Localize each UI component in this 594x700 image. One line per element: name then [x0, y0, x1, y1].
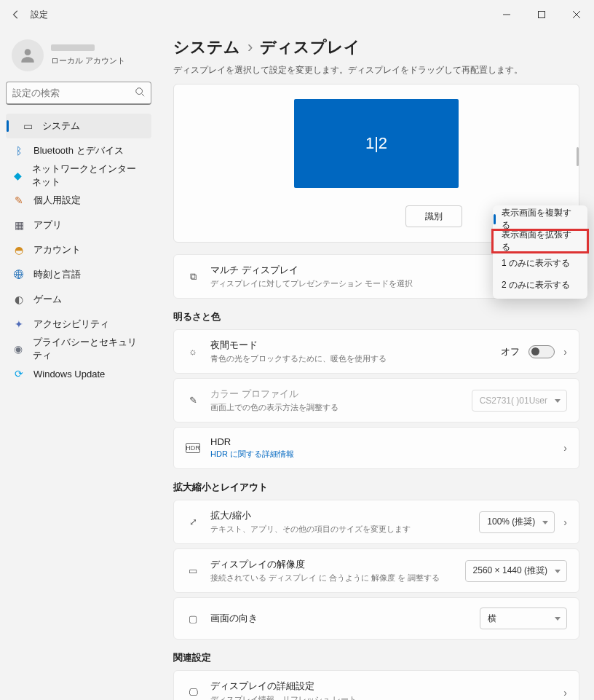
nav-accounts[interactable]: ◓アカウント: [6, 237, 151, 262]
svg-line-4: [142, 94, 145, 97]
scale-select[interactable]: 100% (推奨): [479, 511, 555, 533]
maximize-button[interactable]: [533, 6, 550, 23]
chevron-right-icon: ›: [563, 442, 567, 454]
section-brightness: 明るさと色: [173, 310, 579, 323]
nav-personalization[interactable]: ✎個人用設定: [6, 188, 151, 213]
user-sub: ローカル アカウント: [51, 55, 125, 66]
display-arrangement-panel: 1|2 識別 表示画面を複製する 表示画面を拡張する 1 のみに表示する 2 の…: [173, 84, 579, 243]
resolution-icon: ▭: [186, 565, 200, 576]
search-icon: [135, 87, 145, 99]
svg-point-3: [136, 88, 143, 95]
nav-update[interactable]: ⟳Windows Update: [6, 361, 151, 386]
color-profile-card: ✎ カラー プロファイル 画面上での色の表示方法を調整する CS2731( )0…: [173, 378, 579, 422]
hdr-card[interactable]: HDR HDR HDR に関する詳細情報 ›: [173, 427, 579, 469]
orientation-icon: ▢: [186, 613, 200, 624]
card-title: ディスプレイの解像度: [210, 558, 455, 571]
wifi-icon: ◆: [13, 170, 23, 181]
card-title: 画面の向き: [210, 612, 470, 625]
user-name-redacted: [51, 44, 95, 51]
multi-display-icon: ⧉: [186, 271, 200, 283]
scale-card[interactable]: ⤢ 拡大/縮小 テキスト、アプリ、その他の項目のサイズを変更します 100% (…: [173, 500, 579, 544]
night-toggle[interactable]: [528, 345, 555, 358]
app-title: 設定: [31, 9, 48, 21]
projection-mode-menu: 表示画面を複製する 表示画面を拡張する 1 のみに表示する 2 のみに表示する: [493, 205, 587, 299]
titlebar: 設定: [0, 0, 594, 29]
nav-accessibility[interactable]: ✦アクセシビリティ: [6, 312, 151, 337]
hdr-link[interactable]: HDR に関する詳細情報: [210, 449, 553, 460]
card-sub: ディスプレイ情報、リフレッシュ レート: [210, 694, 553, 700]
menu-show-only-2[interactable]: 2 のみに表示する: [493, 274, 587, 296]
eyedropper-icon: ✎: [186, 395, 200, 406]
account-icon: ◓: [13, 244, 25, 256]
monitor-icon: 🖵: [186, 687, 200, 698]
scrollbar[interactable]: [577, 147, 579, 166]
update-icon: ⟳: [13, 368, 25, 380]
card-sub: ディスプレイに対してプレゼンテーション モードを選択: [210, 278, 455, 289]
card-sub: 青色の光をブロックするために、暖色を使用する: [210, 353, 491, 364]
hdr-icon: HDR: [186, 443, 200, 453]
card-sub: 画面上での色の表示方法を調整する: [210, 402, 462, 413]
color-profile-select: CS2731( )01User: [472, 390, 567, 412]
card-title: 拡大/縮小: [210, 509, 469, 522]
back-button[interactable]: [9, 7, 23, 22]
breadcrumb-display: ディスプレイ: [260, 36, 360, 58]
chevron-right-icon: ›: [563, 346, 567, 358]
nav-privacy[interactable]: ◉プライバシーとセキュリティ: [6, 337, 151, 361]
menu-duplicate[interactable]: 表示画面を複製する: [493, 208, 587, 230]
gaming-icon: ◐: [13, 294, 25, 305]
system-icon: ▭: [22, 120, 33, 132]
chevron-right-icon: ›: [563, 687, 567, 699]
nav-system[interactable]: ▭システム: [6, 114, 151, 138]
breadcrumb-system[interactable]: システム: [173, 36, 240, 58]
menu-extend[interactable]: 表示画面を拡張する: [493, 230, 587, 252]
card-title: HDR: [210, 436, 553, 447]
globe-icon: 🌐︎: [13, 269, 25, 280]
card-title: マルチ ディスプレイ: [210, 264, 455, 277]
avatar-icon: [12, 39, 44, 71]
apps-icon: ▦: [13, 219, 25, 231]
nav-apps[interactable]: ▦アプリ: [6, 213, 151, 237]
toggle-state: オフ: [501, 345, 520, 358]
chevron-right-icon: ›: [563, 516, 567, 528]
section-related: 関連設定: [173, 651, 579, 664]
display-tile[interactable]: 1|2: [294, 99, 459, 188]
svg-point-2: [25, 49, 31, 55]
accessibility-icon: ✦: [13, 318, 25, 330]
shield-icon: ◉: [13, 343, 24, 355]
search-input[interactable]: [12, 87, 135, 98]
orientation-select[interactable]: 横: [480, 607, 567, 629]
sun-icon: ☼: [186, 346, 200, 357]
bluetooth-icon: ᛒ: [13, 145, 25, 157]
resolution-card[interactable]: ▭ ディスプレイの解像度 接続されている ディスプレイ に 合うように 解像度 …: [173, 548, 579, 593]
section-scale: 拡大縮小とレイアウト: [173, 481, 579, 494]
scale-icon: ⤢: [186, 516, 200, 527]
user-row[interactable]: ローカル アカウント: [6, 35, 151, 82]
nav-bluetooth[interactable]: ᛒBluetooth とデバイス: [6, 138, 151, 163]
svg-rect-1: [539, 12, 545, 18]
nav-gaming[interactable]: ◐ゲーム: [6, 287, 151, 312]
nav-network[interactable]: ◆ネットワークとインターネット: [6, 163, 151, 188]
advanced-display-card[interactable]: 🖵 ディスプレイの詳細設定 ディスプレイ情報、リフレッシュ レート ›: [173, 670, 579, 700]
card-title: ディスプレイの詳細設定: [210, 680, 553, 693]
night-light-card[interactable]: ☼ 夜間モード 青色の光をブロックするために、暖色を使用する オフ ›: [173, 329, 579, 374]
minimize-button[interactable]: [498, 6, 515, 23]
card-title: カラー プロファイル: [210, 388, 462, 401]
nav-time-language[interactable]: 🌐︎時刻と言語: [6, 262, 151, 287]
card-title: 夜間モード: [210, 339, 491, 352]
orientation-card[interactable]: ▢ 画面の向き 横: [173, 597, 579, 640]
breadcrumb: システム › ディスプレイ: [173, 36, 579, 58]
menu-show-only-1[interactable]: 1 のみに表示する: [493, 252, 587, 274]
resolution-select[interactable]: 2560 × 1440 (推奨): [465, 560, 567, 582]
identify-button[interactable]: 識別: [405, 205, 462, 227]
main-content: システム › ディスプレイ ディスプレイを選択して設定を変更します。ディスプレイ…: [159, 29, 594, 700]
card-sub: 接続されている ディスプレイ に 合うように 解像度 を 調整する: [210, 573, 455, 583]
sidebar: ローカル アカウント ▭システム ᛒBluetooth とデバイス ◆ネットワー…: [0, 29, 159, 700]
card-sub: テキスト、アプリ、その他の項目のサイズを変更します: [210, 524, 469, 535]
page-description: ディスプレイを選択して設定を変更します。ディスプレイをドラッグして再配置します。: [173, 64, 579, 76]
chevron-right-icon: ›: [248, 38, 253, 57]
search-box[interactable]: [6, 82, 151, 105]
brush-icon: ✎: [13, 194, 25, 206]
close-button[interactable]: [568, 6, 585, 23]
